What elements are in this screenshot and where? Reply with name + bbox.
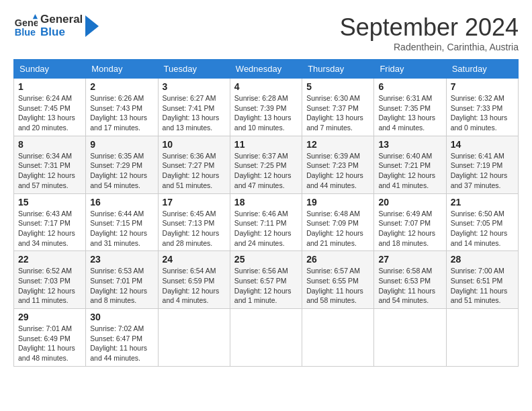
sunrise-label: Sunrise: 6:53 AM <box>90 267 144 275</box>
sunset-label: Sunset: 6:57 PM <box>234 277 287 285</box>
daylight-label: Daylight: 11 hours and 54 minutes. <box>378 287 435 305</box>
day-number: 14 <box>451 139 514 150</box>
sunrise-label: Sunrise: 6:57 AM <box>306 267 360 275</box>
weekday-header-thursday: Thursday <box>302 60 374 79</box>
sunrise-label: Sunrise: 6:32 AM <box>451 94 504 102</box>
calendar-cell: 6 Sunrise: 6:31 AM Sunset: 7:35 PM Dayli… <box>374 79 446 136</box>
calendar-cell: 21 Sunrise: 6:50 AM Sunset: 7:05 PM Dayl… <box>446 193 518 251</box>
calendar-cell: 2 Sunrise: 6:26 AM Sunset: 7:43 PM Dayli… <box>86 79 158 136</box>
daylight-label: Daylight: 12 hours and 54 minutes. <box>90 171 147 189</box>
sunrise-label: Sunrise: 6:34 AM <box>18 152 72 160</box>
daylight-label: Daylight: 12 hours and 31 minutes. <box>90 229 147 247</box>
sunset-label: Sunset: 7:09 PM <box>306 219 359 227</box>
location-subtitle: Radenthein, Carinthia, Austria <box>340 42 519 52</box>
week-row-1: 1 Sunrise: 6:24 AM Sunset: 7:45 PM Dayli… <box>14 79 519 136</box>
calendar-cell: 13 Sunrise: 6:40 AM Sunset: 7:21 PM Dayl… <box>374 136 446 193</box>
day-number: 9 <box>90 139 153 150</box>
sunset-label: Sunset: 6:47 PM <box>90 334 142 342</box>
daylight-label: Daylight: 11 hours and 48 minutes. <box>18 344 75 362</box>
sunrise-label: Sunrise: 6:24 AM <box>18 94 72 102</box>
day-number: 4 <box>234 81 298 92</box>
calendar-cell: 27 Sunrise: 6:58 AM Sunset: 6:53 PM Dayl… <box>374 251 446 309</box>
day-info: Sunrise: 6:35 AM Sunset: 7:29 PM Dayligh… <box>90 151 153 191</box>
daylight-label: Daylight: 13 hours and 4 minutes. <box>378 113 435 132</box>
sunset-label: Sunset: 6:55 PM <box>306 277 359 285</box>
week-row-3: 15 Sunrise: 6:43 AM Sunset: 7:17 PM Dayl… <box>14 193 519 251</box>
day-info: Sunrise: 6:49 AM Sunset: 7:07 PM Dayligh… <box>378 209 441 248</box>
sunset-label: Sunset: 7:11 PM <box>234 219 287 227</box>
day-number: 7 <box>451 81 514 92</box>
daylight-label: Daylight: 12 hours and 1 minute. <box>234 287 292 305</box>
day-number: 25 <box>234 254 298 265</box>
weekday-header-monday: Monday <box>86 60 158 79</box>
calendar-cell <box>446 309 518 367</box>
calendar-cell: 30 Sunrise: 7:02 AM Sunset: 6:47 PM Dayl… <box>86 309 158 367</box>
calendar-cell: 29 Sunrise: 7:01 AM Sunset: 6:49 PM Dayl… <box>14 309 86 367</box>
day-info: Sunrise: 7:01 AM Sunset: 6:49 PM Dayligh… <box>18 324 81 363</box>
day-info: Sunrise: 6:24 AM Sunset: 7:45 PM Dayligh… <box>18 93 81 133</box>
day-info: Sunrise: 7:00 AM Sunset: 6:51 PM Dayligh… <box>451 266 514 306</box>
day-info: Sunrise: 6:37 AM Sunset: 7:25 PM Dayligh… <box>234 151 298 191</box>
day-info: Sunrise: 6:36 AM Sunset: 7:27 PM Dayligh… <box>163 151 226 191</box>
daylight-label: Daylight: 13 hours and 20 minutes. <box>18 113 75 132</box>
sunset-label: Sunset: 6:49 PM <box>18 334 71 342</box>
day-number: 1 <box>18 81 81 92</box>
day-number: 16 <box>90 197 153 208</box>
sunrise-label: Sunrise: 6:35 AM <box>90 152 144 160</box>
sunset-label: Sunset: 6:59 PM <box>163 277 215 285</box>
day-number: 8 <box>18 139 81 150</box>
calendar-cell: 3 Sunrise: 6:27 AM Sunset: 7:41 PM Dayli… <box>158 79 230 136</box>
weekday-header-tuesday: Tuesday <box>158 60 230 79</box>
daylight-label: Daylight: 12 hours and 8 minutes. <box>90 287 147 305</box>
day-info: Sunrise: 6:58 AM Sunset: 6:53 PM Dayligh… <box>378 266 441 306</box>
day-info: Sunrise: 6:52 AM Sunset: 7:03 PM Dayligh… <box>18 266 81 306</box>
day-number: 19 <box>306 197 369 208</box>
day-number: 3 <box>163 81 226 92</box>
day-info: Sunrise: 6:32 AM Sunset: 7:33 PM Dayligh… <box>451 93 514 133</box>
sunset-label: Sunset: 7:31 PM <box>18 161 71 169</box>
sunrise-label: Sunrise: 6:27 AM <box>163 94 216 102</box>
day-number: 26 <box>306 254 369 265</box>
sunrise-label: Sunrise: 6:39 AM <box>306 152 360 160</box>
svg-marker-3 <box>85 15 99 37</box>
sunset-label: Sunset: 7:21 PM <box>378 161 431 169</box>
calendar-cell: 9 Sunrise: 6:35 AM Sunset: 7:29 PM Dayli… <box>86 136 158 193</box>
calendar-cell: 12 Sunrise: 6:39 AM Sunset: 7:23 PM Dayl… <box>302 136 374 193</box>
day-number: 28 <box>451 254 514 265</box>
logo-general: General <box>40 13 83 26</box>
week-row-2: 8 Sunrise: 6:34 AM Sunset: 7:31 PM Dayli… <box>14 136 519 193</box>
calendar-cell: 22 Sunrise: 6:52 AM Sunset: 7:03 PM Dayl… <box>14 251 86 309</box>
sunrise-label: Sunrise: 7:00 AM <box>451 267 504 275</box>
day-number: 17 <box>163 197 226 208</box>
calendar-cell: 1 Sunrise: 6:24 AM Sunset: 7:45 PM Dayli… <box>14 79 86 136</box>
sunrise-label: Sunrise: 6:58 AM <box>378 267 432 275</box>
day-info: Sunrise: 6:57 AM Sunset: 6:55 PM Dayligh… <box>306 266 369 306</box>
sunrise-label: Sunrise: 6:26 AM <box>90 94 144 102</box>
sunset-label: Sunset: 7:35 PM <box>378 104 431 112</box>
daylight-label: Daylight: 12 hours and 28 minutes. <box>163 229 220 247</box>
day-info: Sunrise: 6:44 AM Sunset: 7:15 PM Dayligh… <box>90 209 153 248</box>
sunrise-label: Sunrise: 6:45 AM <box>163 210 216 218</box>
calendar-cell: 28 Sunrise: 7:00 AM Sunset: 6:51 PM Dayl… <box>446 251 518 309</box>
sunset-label: Sunset: 7:07 PM <box>378 219 431 227</box>
calendar-cell: 25 Sunrise: 6:56 AM Sunset: 6:57 PM Dayl… <box>230 251 302 309</box>
day-number: 13 <box>378 139 441 150</box>
logo-icon: General Blue <box>13 14 38 38</box>
daylight-label: Daylight: 12 hours and 51 minutes. <box>163 171 220 189</box>
week-row-4: 22 Sunrise: 6:52 AM Sunset: 7:03 PM Dayl… <box>14 251 519 309</box>
day-info: Sunrise: 6:56 AM Sunset: 6:57 PM Dayligh… <box>234 266 298 306</box>
calendar-cell <box>302 309 374 367</box>
month-title: September 2024 <box>340 13 519 42</box>
sunset-label: Sunset: 7:27 PM <box>163 161 215 169</box>
calendar-cell: 10 Sunrise: 6:36 AM Sunset: 7:27 PM Dayl… <box>158 136 230 193</box>
day-number: 22 <box>18 254 81 265</box>
calendar-cell: 23 Sunrise: 6:53 AM Sunset: 7:01 PM Dayl… <box>86 251 158 309</box>
daylight-label: Daylight: 12 hours and 14 minutes. <box>451 229 508 247</box>
sunset-label: Sunset: 6:53 PM <box>378 277 431 285</box>
sunset-label: Sunset: 7:45 PM <box>18 104 71 112</box>
day-number: 29 <box>18 312 81 322</box>
calendar-cell: 15 Sunrise: 6:43 AM Sunset: 7:17 PM Dayl… <box>14 193 86 251</box>
day-info: Sunrise: 7:02 AM Sunset: 6:47 PM Dayligh… <box>90 324 153 363</box>
sunset-label: Sunset: 6:51 PM <box>451 277 503 285</box>
day-number: 11 <box>234 139 298 150</box>
